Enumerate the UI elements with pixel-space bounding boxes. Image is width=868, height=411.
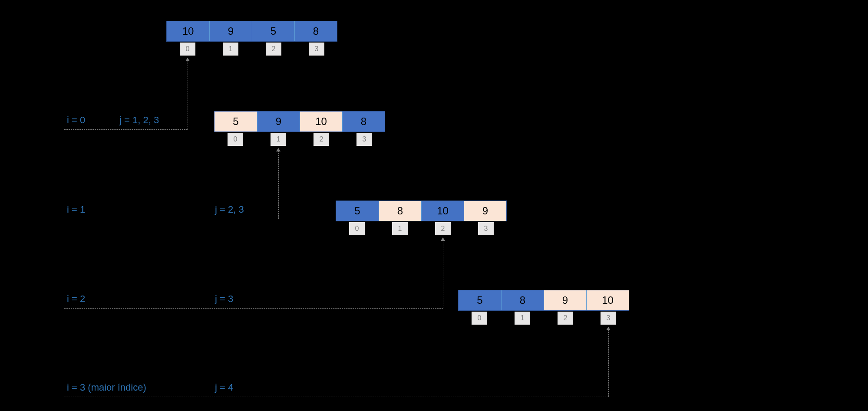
index-row: 0123 xyxy=(180,43,324,56)
caption: i = 0 xyxy=(67,115,85,126)
array-cell: 5 xyxy=(459,290,501,310)
array-cell: 5 xyxy=(215,112,257,132)
array-cell: 5 xyxy=(252,21,294,41)
index-cell: 1 xyxy=(223,43,238,56)
caption: j = 2, 3 xyxy=(215,204,244,215)
arrowhead-icon xyxy=(276,148,281,151)
index-cell: 0 xyxy=(349,222,365,235)
index-cell: 2 xyxy=(435,222,451,235)
index-cell: 3 xyxy=(356,133,372,146)
array-cell: 8 xyxy=(501,290,544,310)
array-cell: 9 xyxy=(257,112,300,132)
array-cell: 9 xyxy=(209,21,252,41)
index-cell: 0 xyxy=(180,43,195,56)
guide-vline xyxy=(443,238,443,308)
index-cell: 1 xyxy=(515,312,530,325)
index-cell: 3 xyxy=(601,312,616,325)
index-cell: 2 xyxy=(558,312,573,325)
guide-hline xyxy=(64,129,188,130)
guide-hline xyxy=(64,308,443,309)
array-cell: 8 xyxy=(379,201,421,221)
array-cell: 8 xyxy=(294,21,337,41)
caption: i = 3 (maior índice) xyxy=(67,382,146,393)
arrowhead-icon xyxy=(185,58,190,61)
guide-vline xyxy=(278,148,279,219)
array-cell: 9 xyxy=(544,290,586,310)
caption: i = 2 xyxy=(67,293,85,305)
index-row: 0123 xyxy=(349,222,494,235)
caption: j = 3 xyxy=(215,293,233,305)
arrowhead-icon xyxy=(606,327,611,330)
index-cell: 0 xyxy=(228,133,243,146)
arrowhead-icon xyxy=(441,237,445,241)
index-row: 0123 xyxy=(228,133,372,146)
guide-hline xyxy=(64,397,608,397)
index-cell: 2 xyxy=(314,133,329,146)
guide-vline xyxy=(188,58,188,129)
array-step-0: 10958 xyxy=(166,21,337,42)
array-cell: 10 xyxy=(300,112,342,132)
index-cell: 1 xyxy=(271,133,286,146)
array-cell: 10 xyxy=(167,21,209,41)
array-cell: 9 xyxy=(464,201,506,221)
diagram-stage: 109580123591080123581090123589100123i = … xyxy=(0,0,868,411)
guide-hline xyxy=(64,219,278,219)
caption: i = 1 xyxy=(67,204,85,215)
index-cell: 3 xyxy=(478,222,494,235)
caption: j = 4 xyxy=(215,382,233,393)
array-cell: 10 xyxy=(586,290,629,310)
array-cell: 10 xyxy=(421,201,464,221)
index-cell: 0 xyxy=(472,312,487,325)
array-step-1: 59108 xyxy=(214,111,385,132)
index-row: 0123 xyxy=(472,312,616,325)
array-cell: 5 xyxy=(336,201,379,221)
guide-vline xyxy=(608,327,609,397)
index-cell: 3 xyxy=(309,43,324,56)
caption: j = 1, 2, 3 xyxy=(119,115,159,126)
array-step-2: 58109 xyxy=(336,201,507,221)
index-cell: 2 xyxy=(266,43,281,56)
array-cell: 8 xyxy=(342,112,385,132)
array-step-3: 58910 xyxy=(458,290,629,311)
index-cell: 1 xyxy=(392,222,408,235)
